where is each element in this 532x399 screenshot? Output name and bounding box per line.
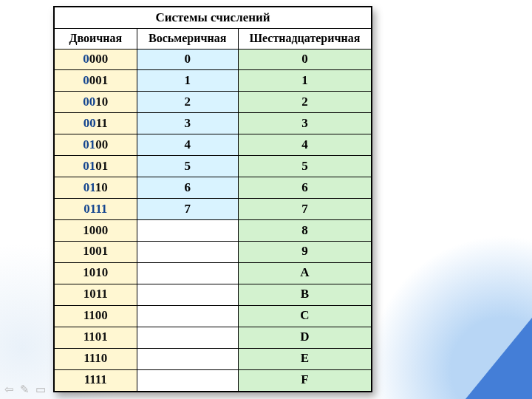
binary-trailing: 11 [96,116,108,130]
binary-trailing: 001 [89,73,109,87]
cell-hex: 4 [238,134,371,156]
cell-binary: 1010 [55,262,137,284]
binary-trailing: 1010 [83,265,108,279]
binary-trailing: 01 [95,159,108,173]
binary-trailing: 1001 [83,244,108,258]
table-row: 10019 [55,241,372,262]
cell-hex: 6 [238,177,371,199]
cell-binary: 0001 [55,70,137,92]
binary-trailing: 1111 [84,372,107,386]
cell-octal: 4 [137,134,238,156]
binary-leading: 01 [83,159,95,173]
cell-hex: C [238,305,371,327]
binary-trailing: 1101 [83,330,108,344]
cell-hex: 9 [238,241,371,262]
cell-hex: 3 [238,113,371,134]
cell-octal: 5 [137,156,238,177]
col-hex: Шестнадцатеричная [238,28,371,49]
cell-octal [137,241,238,262]
cell-binary: 1111 [55,369,137,391]
col-binary: Двоичная [55,28,137,49]
cell-hex: F [238,369,371,391]
cell-octal: 1 [137,70,238,92]
cell-hex: B [238,284,371,305]
table-row: 1110E [55,348,372,369]
numeral-systems-table: Системы счислений Двоичная Восьмеричная … [54,7,372,392]
cell-hex: A [238,262,371,284]
cell-hex: 0 [238,49,371,70]
view-icon[interactable]: ▭ [35,383,46,395]
cell-binary: 1110 [55,348,137,369]
cell-hex: 5 [238,156,371,177]
binary-trailing: 1011 [83,287,108,301]
cell-binary: 1011 [55,284,137,305]
table-row: 10008 [55,220,372,242]
binary-trailing: 000 [89,52,109,66]
cell-binary: 0011 [55,113,137,134]
cell-octal [137,305,238,327]
cell-octal: 0 [137,49,238,70]
cell-octal [137,369,238,391]
table-row: 001133 [55,113,372,134]
table-row: 011177 [55,199,372,220]
cell-binary: 0100 [55,134,137,156]
cell-octal [137,327,238,348]
cell-hex: 7 [238,199,371,220]
cell-binary: 1100 [55,305,137,327]
binary-leading: 0 [83,73,89,87]
cell-binary: 0110 [55,177,137,199]
binary-leading: 00 [83,95,95,109]
edit-icon[interactable]: ✎ [20,383,30,395]
back-icon[interactable]: ⇦ [4,383,14,395]
cell-binary: 0000 [55,49,137,70]
binary-trailing: 10 [95,180,108,194]
corner-accent [466,318,532,399]
binary-trailing: 1000 [83,223,108,237]
cell-binary: 1001 [55,241,137,262]
cell-octal: 6 [137,177,238,199]
table-row: 010044 [55,134,372,156]
binary-leading: 0 [83,52,89,66]
cell-binary: 0010 [55,92,137,113]
table-row: 000000 [55,49,372,70]
cell-octal [137,262,238,284]
cell-binary: 0111 [55,199,137,220]
table-row: 000111 [55,70,372,92]
binary-leading: 0111 [83,202,107,216]
cell-hex: 8 [238,220,371,242]
table-row: 011066 [55,177,372,199]
cell-binary: 1000 [55,220,137,242]
numeral-systems-card: Системы счислений Двоичная Восьмеричная … [53,6,372,392]
cell-octal [137,284,238,305]
cell-binary: 1101 [55,327,137,348]
col-octal: Восьмеричная [137,28,238,49]
table-row: 1010A [55,262,372,284]
slide-toolbar: ⇦ ✎ ▭ [4,383,46,395]
cell-hex: 2 [238,92,371,113]
binary-leading: 01 [83,180,95,194]
binary-trailing: 00 [95,137,108,151]
cell-binary: 0101 [55,156,137,177]
cell-hex: D [238,327,371,348]
binary-trailing: 1100 [83,308,108,322]
table-row: 010155 [55,156,372,177]
cell-octal [137,348,238,369]
binary-leading: 01 [83,137,95,151]
cell-octal [137,220,238,242]
cell-hex: E [238,348,371,369]
binary-trailing: 10 [95,95,108,109]
cell-octal: 3 [137,113,238,134]
cell-octal: 7 [137,199,238,220]
table-row: 1100C [55,305,372,327]
cell-hex: 1 [238,70,371,92]
table-row: 1011B [55,284,372,305]
binary-trailing: 1110 [83,351,107,365]
table-row: 001022 [55,92,372,113]
cell-octal: 2 [137,92,238,113]
table-row: 1101D [55,327,372,348]
binary-leading: 00 [83,116,96,130]
table-row: 1111F [55,369,372,391]
table-title: Системы счислений [55,7,372,29]
